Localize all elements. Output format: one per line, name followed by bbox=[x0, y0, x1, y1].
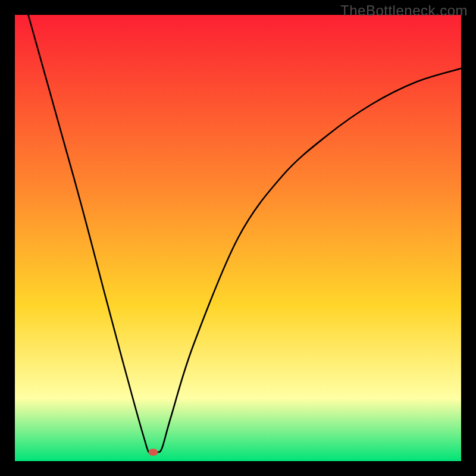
minimum-marker bbox=[149, 449, 158, 456]
watermark-text: TheBottleneck.com bbox=[340, 2, 468, 19]
chart-frame: TheBottleneck.com bbox=[0, 0, 476, 476]
bottleneck-chart bbox=[0, 0, 476, 476]
